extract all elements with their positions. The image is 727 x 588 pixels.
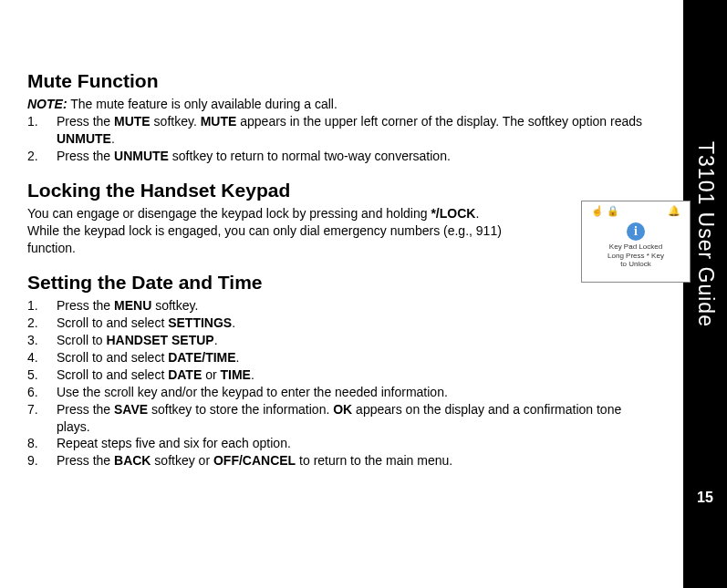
- step-number: 2.: [27, 148, 57, 165]
- step-text: Scroll to and select DATE or TIME.: [57, 366, 647, 384]
- screen-top-icons: ☝ 🔒 🔔: [586, 205, 686, 217]
- date-time-heading: Setting the Date and Time: [27, 270, 647, 295]
- step-text: Press the BACK softkey or OFF/CANCEL to …: [57, 452, 647, 469]
- date-time-steps-list: 1. Press the MENU softkey. 2. Scroll to …: [27, 297, 647, 469]
- page-container: Mute Function NOTE: The mute feature is …: [0, 0, 727, 588]
- hand-icon: ☝: [591, 205, 604, 216]
- dt-step-3: 3. Scroll to HANDSET SETUP.: [27, 332, 647, 349]
- keypad-section: You can engage or disengage the keypad l…: [27, 205, 647, 257]
- step-number: 8.: [27, 435, 57, 452]
- step-number: 5.: [27, 366, 57, 384]
- note-label: NOTE:: [27, 97, 68, 111]
- mute-note: NOTE: The mute feature is only available…: [27, 96, 647, 113]
- step-number: 6.: [27, 384, 57, 401]
- dt-step-7: 7. Press the SAVE softkey to store the i…: [27, 401, 647, 436]
- sidebar: T3101 User Guide 15: [683, 0, 727, 588]
- dt-step-8: 8. Repeat steps five and six for each op…: [27, 435, 647, 452]
- screen-line2: Long Press * Key: [608, 252, 664, 261]
- sidebar-title: T3101 User Guide: [693, 141, 718, 327]
- step-text: Press the MENU softkey.: [57, 297, 647, 315]
- note-text: The mute feature is only available durin…: [68, 97, 338, 111]
- step-text: Use the scroll key and/or the keypad to …: [57, 384, 647, 401]
- dt-step-2: 2. Scroll to and select SETTINGS.: [27, 315, 647, 332]
- screen-line1: Key Pad Locked: [608, 242, 664, 252]
- info-icon: i: [627, 222, 645, 241]
- step-number: 4.: [27, 349, 57, 366]
- bell-icon: 🔔: [668, 205, 680, 217]
- step-number: 2.: [27, 315, 57, 332]
- step-text: Scroll to HANDSET SETUP.: [57, 332, 647, 349]
- mute-function-heading: Mute Function: [27, 68, 647, 94]
- step-text: Scroll to and select DATE/TIME.: [57, 349, 647, 366]
- step-text: Press the UNMUTE softkey to return to no…: [57, 148, 647, 165]
- step-number: 1.: [27, 297, 57, 315]
- screen-icons-left: ☝ 🔒: [591, 205, 619, 217]
- step-number: 3.: [27, 332, 57, 349]
- dt-step-6: 6. Use the scroll key and/or the keypad …: [27, 384, 647, 401]
- step-number: 7.: [27, 401, 57, 436]
- step-number: 9.: [27, 452, 57, 469]
- content-area: Mute Function NOTE: The mute feature is …: [0, 0, 683, 588]
- mute-steps-list: 1. Press the MUTE softkey. MUTE appears …: [27, 113, 647, 165]
- step-text: Press the MUTE softkey. MUTE appears in …: [57, 113, 647, 148]
- step-text: Scroll to and select SETTINGS.: [57, 315, 647, 332]
- dt-step-9: 9. Press the BACK softkey or OFF/CANCEL …: [27, 452, 647, 469]
- dt-step-4: 4. Scroll to and select DATE/TIME.: [27, 349, 647, 366]
- locking-keypad-heading: Locking the Handset Keypad: [27, 178, 647, 203]
- step-text: Repeat steps five and six for each optio…: [57, 435, 647, 452]
- screen-text: Key Pad Locked Long Press * Key to Unloc…: [608, 242, 664, 269]
- mute-step-2: 2. Press the UNMUTE softkey to return to…: [27, 148, 647, 165]
- dt-step-5: 5. Scroll to and select DATE or TIME.: [27, 366, 647, 384]
- keypad-para: You can engage or disengage the keypad l…: [27, 205, 502, 257]
- step-text: Press the SAVE softkey to store the info…: [57, 401, 647, 436]
- screen-line3: to Unlock: [608, 260, 664, 269]
- phone-screen-figure: ☝ 🔒 🔔 i Key Pad Locked Long Press * Key …: [581, 201, 691, 283]
- page-number: 15: [697, 490, 713, 506]
- lock-icon: 🔒: [607, 205, 619, 216]
- dt-step-1: 1. Press the MENU softkey.: [27, 297, 647, 315]
- mute-step-1: 1. Press the MUTE softkey. MUTE appears …: [27, 113, 647, 148]
- step-number: 1.: [27, 113, 57, 148]
